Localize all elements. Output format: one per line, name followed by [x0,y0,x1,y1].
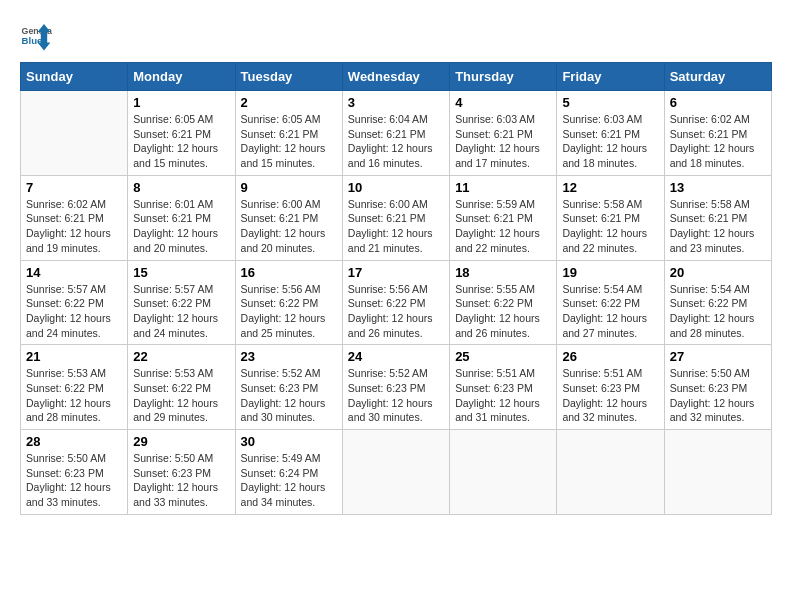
day-number: 27 [670,349,766,364]
calendar-cell: 27Sunrise: 5:50 AMSunset: 6:23 PMDayligh… [664,345,771,430]
day-info: Sunrise: 6:03 AMSunset: 6:21 PMDaylight:… [455,112,551,171]
calendar-cell: 29Sunrise: 5:50 AMSunset: 6:23 PMDayligh… [128,430,235,515]
day-info: Sunrise: 5:50 AMSunset: 6:23 PMDaylight:… [133,451,229,510]
day-number: 16 [241,265,337,280]
calendar-cell: 22Sunrise: 5:53 AMSunset: 6:22 PMDayligh… [128,345,235,430]
day-info: Sunrise: 5:56 AMSunset: 6:22 PMDaylight:… [348,282,444,341]
calendar-table: SundayMondayTuesdayWednesdayThursdayFrid… [20,62,772,515]
calendar-cell: 15Sunrise: 5:57 AMSunset: 6:22 PMDayligh… [128,260,235,345]
day-info: Sunrise: 5:59 AMSunset: 6:21 PMDaylight:… [455,197,551,256]
calendar-cell: 16Sunrise: 5:56 AMSunset: 6:22 PMDayligh… [235,260,342,345]
day-number: 8 [133,180,229,195]
weekday-header-monday: Monday [128,63,235,91]
calendar-cell: 6Sunrise: 6:02 AMSunset: 6:21 PMDaylight… [664,91,771,176]
calendar-week-1: 1Sunrise: 6:05 AMSunset: 6:21 PMDaylight… [21,91,772,176]
day-info: Sunrise: 6:04 AMSunset: 6:21 PMDaylight:… [348,112,444,171]
calendar-cell: 24Sunrise: 5:52 AMSunset: 6:23 PMDayligh… [342,345,449,430]
day-number: 3 [348,95,444,110]
day-info: Sunrise: 5:55 AMSunset: 6:22 PMDaylight:… [455,282,551,341]
calendar-cell: 14Sunrise: 5:57 AMSunset: 6:22 PMDayligh… [21,260,128,345]
day-number: 6 [670,95,766,110]
day-number: 9 [241,180,337,195]
day-number: 11 [455,180,551,195]
calendar-cell: 30Sunrise: 5:49 AMSunset: 6:24 PMDayligh… [235,430,342,515]
day-info: Sunrise: 5:50 AMSunset: 6:23 PMDaylight:… [26,451,122,510]
calendar-week-4: 21Sunrise: 5:53 AMSunset: 6:22 PMDayligh… [21,345,772,430]
calendar-cell: 26Sunrise: 5:51 AMSunset: 6:23 PMDayligh… [557,345,664,430]
day-number: 10 [348,180,444,195]
calendar-cell: 5Sunrise: 6:03 AMSunset: 6:21 PMDaylight… [557,91,664,176]
day-info: Sunrise: 6:00 AMSunset: 6:21 PMDaylight:… [241,197,337,256]
day-info: Sunrise: 5:51 AMSunset: 6:23 PMDaylight:… [562,366,658,425]
day-info: Sunrise: 5:58 AMSunset: 6:21 PMDaylight:… [562,197,658,256]
calendar-cell [450,430,557,515]
calendar-cell [342,430,449,515]
logo-icon: General Blue [20,20,52,52]
calendar-cell: 7Sunrise: 6:02 AMSunset: 6:21 PMDaylight… [21,175,128,260]
day-number: 23 [241,349,337,364]
day-info: Sunrise: 5:58 AMSunset: 6:21 PMDaylight:… [670,197,766,256]
calendar-cell: 8Sunrise: 6:01 AMSunset: 6:21 PMDaylight… [128,175,235,260]
calendar-cell: 13Sunrise: 5:58 AMSunset: 6:21 PMDayligh… [664,175,771,260]
day-info: Sunrise: 6:02 AMSunset: 6:21 PMDaylight:… [26,197,122,256]
day-number: 26 [562,349,658,364]
calendar-cell: 2Sunrise: 6:05 AMSunset: 6:21 PMDaylight… [235,91,342,176]
day-number: 30 [241,434,337,449]
day-info: Sunrise: 5:50 AMSunset: 6:23 PMDaylight:… [670,366,766,425]
day-number: 29 [133,434,229,449]
weekday-header-friday: Friday [557,63,664,91]
day-info: Sunrise: 5:52 AMSunset: 6:23 PMDaylight:… [241,366,337,425]
calendar-week-3: 14Sunrise: 5:57 AMSunset: 6:22 PMDayligh… [21,260,772,345]
calendar-cell: 9Sunrise: 6:00 AMSunset: 6:21 PMDaylight… [235,175,342,260]
calendar-cell: 10Sunrise: 6:00 AMSunset: 6:21 PMDayligh… [342,175,449,260]
weekday-header-wednesday: Wednesday [342,63,449,91]
calendar-cell: 12Sunrise: 5:58 AMSunset: 6:21 PMDayligh… [557,175,664,260]
day-number: 21 [26,349,122,364]
day-info: Sunrise: 5:53 AMSunset: 6:22 PMDaylight:… [26,366,122,425]
calendar-cell: 3Sunrise: 6:04 AMSunset: 6:21 PMDaylight… [342,91,449,176]
day-number: 25 [455,349,551,364]
calendar-cell: 23Sunrise: 5:52 AMSunset: 6:23 PMDayligh… [235,345,342,430]
calendar-cell: 17Sunrise: 5:56 AMSunset: 6:22 PMDayligh… [342,260,449,345]
day-number: 14 [26,265,122,280]
calendar-cell: 21Sunrise: 5:53 AMSunset: 6:22 PMDayligh… [21,345,128,430]
calendar-cell: 25Sunrise: 5:51 AMSunset: 6:23 PMDayligh… [450,345,557,430]
day-number: 20 [670,265,766,280]
day-info: Sunrise: 5:51 AMSunset: 6:23 PMDaylight:… [455,366,551,425]
day-info: Sunrise: 5:53 AMSunset: 6:22 PMDaylight:… [133,366,229,425]
day-info: Sunrise: 5:57 AMSunset: 6:22 PMDaylight:… [26,282,122,341]
day-info: Sunrise: 6:02 AMSunset: 6:21 PMDaylight:… [670,112,766,171]
calendar-cell [557,430,664,515]
calendar-cell: 1Sunrise: 6:05 AMSunset: 6:21 PMDaylight… [128,91,235,176]
day-info: Sunrise: 6:01 AMSunset: 6:21 PMDaylight:… [133,197,229,256]
calendar-header: SundayMondayTuesdayWednesdayThursdayFrid… [21,63,772,91]
weekday-header-tuesday: Tuesday [235,63,342,91]
day-number: 2 [241,95,337,110]
day-info: Sunrise: 5:54 AMSunset: 6:22 PMDaylight:… [562,282,658,341]
calendar-body: 1Sunrise: 6:05 AMSunset: 6:21 PMDaylight… [21,91,772,515]
day-info: Sunrise: 6:00 AMSunset: 6:21 PMDaylight:… [348,197,444,256]
page-header: General Blue [20,20,772,52]
calendar-cell [664,430,771,515]
day-info: Sunrise: 6:05 AMSunset: 6:21 PMDaylight:… [241,112,337,171]
calendar-cell: 18Sunrise: 5:55 AMSunset: 6:22 PMDayligh… [450,260,557,345]
day-number: 12 [562,180,658,195]
day-number: 7 [26,180,122,195]
calendar-cell: 20Sunrise: 5:54 AMSunset: 6:22 PMDayligh… [664,260,771,345]
day-number: 24 [348,349,444,364]
weekday-header-row: SundayMondayTuesdayWednesdayThursdayFrid… [21,63,772,91]
day-number: 17 [348,265,444,280]
day-number: 4 [455,95,551,110]
calendar-cell [21,91,128,176]
calendar-week-5: 28Sunrise: 5:50 AMSunset: 6:23 PMDayligh… [21,430,772,515]
day-info: Sunrise: 6:05 AMSunset: 6:21 PMDaylight:… [133,112,229,171]
day-number: 5 [562,95,658,110]
day-info: Sunrise: 5:52 AMSunset: 6:23 PMDaylight:… [348,366,444,425]
weekday-header-thursday: Thursday [450,63,557,91]
day-info: Sunrise: 6:03 AMSunset: 6:21 PMDaylight:… [562,112,658,171]
calendar-cell: 28Sunrise: 5:50 AMSunset: 6:23 PMDayligh… [21,430,128,515]
calendar-cell: 19Sunrise: 5:54 AMSunset: 6:22 PMDayligh… [557,260,664,345]
calendar-cell: 11Sunrise: 5:59 AMSunset: 6:21 PMDayligh… [450,175,557,260]
day-number: 22 [133,349,229,364]
day-number: 15 [133,265,229,280]
